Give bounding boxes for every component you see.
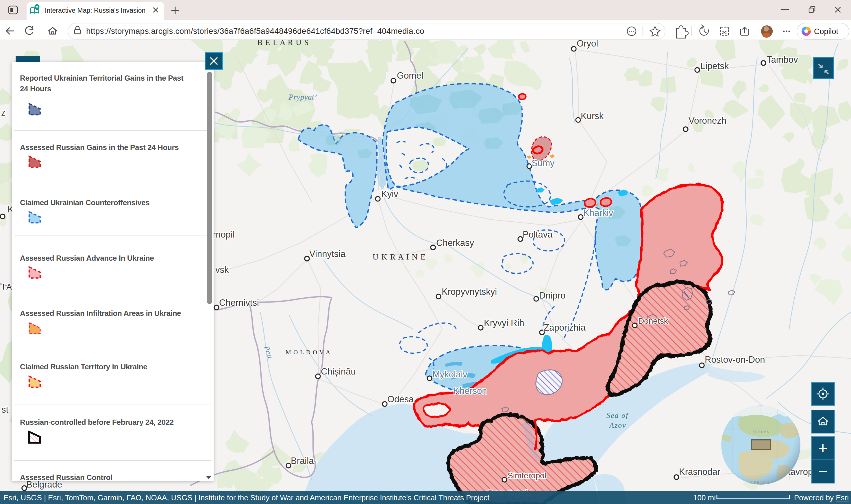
svg-text:st: st bbox=[1, 404, 9, 415]
svg-text:Rostov-on-Don: Rostov-on-Don bbox=[705, 355, 765, 365]
svg-text:Copilot: Copilot bbox=[814, 27, 838, 36]
svg-text:Lipetsk: Lipetsk bbox=[701, 61, 729, 71]
svg-text:Sea of: Sea of bbox=[606, 411, 629, 420]
svg-text:Voronezh: Voronezh bbox=[689, 115, 726, 126]
svg-text:I A: I A bbox=[2, 282, 12, 291]
svg-text:M O L D O V A: M O L D O V A bbox=[286, 349, 331, 356]
svg-text:Poltava: Poltava bbox=[522, 230, 553, 239]
svg-text:Chișinău: Chișinău bbox=[321, 366, 356, 377]
svg-text:Tambov: Tambov bbox=[767, 55, 798, 65]
svg-text:Kropyvnytskyi: Kropyvnytskyi bbox=[442, 287, 497, 297]
svg-text:Gomel: Gomel bbox=[397, 71, 423, 80]
svg-text:Mykolaiv: Mykolaiv bbox=[432, 369, 467, 379]
svg-text:Cherkasy: Cherkasy bbox=[436, 238, 474, 248]
svg-text:Kyiv: Kyiv bbox=[381, 189, 398, 199]
svg-text:Kryvyi Rih: Kryvyi Rih bbox=[484, 318, 525, 328]
svg-text:Kherson: Kherson bbox=[454, 386, 487, 396]
svg-text:EUROPE: EUROPE bbox=[752, 430, 769, 434]
svg-text:z: z bbox=[1, 108, 6, 118]
svg-text:Odesa: Odesa bbox=[387, 394, 414, 404]
svg-text:Chernivtsi: Chernivtsi bbox=[219, 298, 259, 308]
svg-text:Braila: Braila bbox=[291, 456, 314, 466]
svg-text:Simferopol: Simferopol bbox=[508, 471, 546, 480]
svg-text:Kharkiv: Kharkiv bbox=[583, 208, 614, 218]
svg-text:Donetsk: Donetsk bbox=[638, 317, 668, 325]
svg-text:U K R A I N E: U K R A I N E bbox=[373, 252, 426, 261]
svg-text:vsk: vsk bbox=[215, 265, 229, 275]
svg-text:Krasnodar: Krasnodar bbox=[679, 467, 720, 477]
svg-text:Vinnytsia: Vinnytsia bbox=[309, 249, 346, 259]
svg-text:AFRICA: AFRICA bbox=[750, 480, 770, 485]
svg-text:Zaporizhia: Zaporizhia bbox=[544, 323, 586, 332]
svg-text:Azov: Azov bbox=[609, 421, 626, 429]
svg-text:Prypyatʼ: Prypyatʼ bbox=[288, 92, 317, 102]
svg-text:rnopil: rnopil bbox=[213, 230, 235, 239]
svg-text:Sumy: Sumy bbox=[532, 158, 555, 168]
svg-text:Kursk: Kursk bbox=[581, 111, 604, 121]
svg-text:Dnipro: Dnipro bbox=[539, 290, 565, 301]
